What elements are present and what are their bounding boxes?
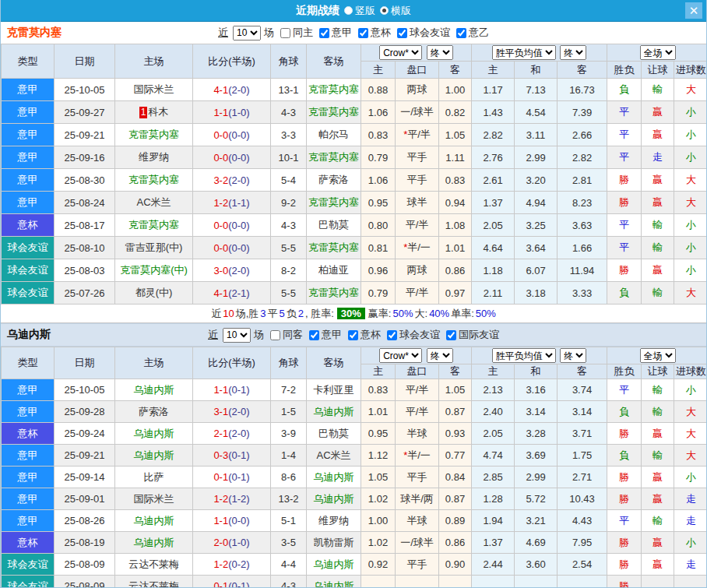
league-filter-checkbox[interactable] [358,28,368,38]
match-date: 25-08-26 [55,510,115,532]
home-team: 乌迪内斯 [115,510,193,532]
near-label[interactable]: 近 [208,328,218,342]
avg-stage-select[interactable]: 终 [560,348,586,363]
scope-select[interactable]: 全场 [640,348,676,363]
odds-company-select[interactable]: Crow* [379,45,422,60]
match-date: 25-09-01 [55,488,115,510]
score: 1-2(1-2) [193,488,271,510]
league-filter-checkbox[interactable] [456,28,466,38]
match-date: 25-08-09 [55,576,115,588]
home-team: 萨索洛 [115,401,193,423]
summary-text: 平 [268,307,278,321]
games-count-select[interactable]: 10 [223,328,251,343]
result-goals: 大 [674,445,707,467]
league-filter-checkbox[interactable] [348,330,358,340]
odds-home: 1.05 [361,467,396,488]
result-handicap: 輸 [642,510,674,532]
result-handicap [642,576,674,588]
col-odds-away: 客 [439,364,472,379]
league-filter-checkbox[interactable] [387,330,397,340]
away-team: 乌迪内斯 [307,554,361,576]
corner-score: 1-4 [271,445,307,467]
col-score: 比分(半场) [193,347,271,379]
match-row: 意甲25-09-14比萨0-1(0-1)8-6乌迪内斯1.05平手0.842.8… [2,467,707,488]
league-filter-checkbox[interactable] [446,330,456,340]
handicap-line: 球半/两 [396,488,439,510]
odds-company-select[interactable]: Crow* [379,348,422,363]
col-avg-home: 主 [472,62,515,79]
avg-type-select[interactable]: 胜平负均值 [492,45,556,60]
avg-draw: 3.60 [515,554,558,576]
filter-controls: 近10场同客意甲意杯球会友谊国际友谊 [208,328,499,343]
home-team: 维罗纳 [115,146,193,169]
result-wdl: 平 [607,101,642,124]
result-handicap: 贏 [642,259,674,282]
odds-away: 1.00 [439,79,472,101]
avg-type-select[interactable]: 胜平负均值 [492,348,556,363]
result-goals: 小 [674,124,707,146]
col-away: 客场 [307,44,361,79]
away-team: 巴勒莫 [307,214,361,237]
result-wdl: 平 [607,214,642,237]
win-rate-badge: 30% [337,308,365,319]
result-wdl: 平 [607,379,642,401]
avg-away: 3.74 [558,379,607,401]
away-team: 巴勒莫 [307,423,361,445]
scope-controls: 全场 [607,44,707,62]
near-label[interactable]: 近 [218,26,228,40]
result-wdl: 勝 [607,532,642,554]
corner-score: 9-2 [271,192,307,214]
odds-stage-select[interactable]: 终 [427,45,453,60]
col-avg-draw: 和 [515,364,558,379]
league-badge: 意杯 [2,532,55,554]
radio-vertical[interactable] [344,6,353,15]
league-filter-checkbox[interactable] [309,330,319,340]
handicap-line: 平/半 [396,379,439,401]
avg-stage-select[interactable]: 终 [560,45,586,60]
odds-stage-select[interactable]: 终 [427,348,453,363]
close-button[interactable]: ✕ [685,2,702,19]
scope-controls: 全场 [607,347,707,364]
away-team: 乌迪内斯 [307,488,361,510]
handicap-line: 两球 [396,79,439,101]
result-goals: 小 [674,214,707,237]
col-home: 主场 [115,347,193,379]
games-count-select[interactable]: 10 [233,26,261,40]
odds-away: 1.08 [439,214,472,237]
odds-home: 1.02 [361,488,396,510]
league-badge: 意甲 [2,510,55,532]
same-venue-checkbox[interactable] [280,28,290,38]
result-wdl: 平 [607,510,642,532]
odds-home: 0.95 [361,423,396,445]
col-avg-home: 主 [472,364,515,379]
result-handicap: 輸 [642,445,674,467]
handicap-line [396,576,439,588]
league-filter-checkbox[interactable] [319,28,329,38]
scope-select[interactable]: 全场 [640,45,676,60]
match-date: 25-08-09 [55,554,115,576]
score: 4-1(2-0) [193,79,271,101]
avg-away: 3.14 [558,401,607,423]
avg-draw: 7.13 [515,79,558,101]
league-badge: 意甲 [2,192,55,214]
summary-text: , 胜率: [305,307,334,321]
league-badge: 意甲 [2,124,55,146]
away-team: 柏迪亚 [307,259,361,282]
result-wdl: 負 [607,282,642,305]
avg-draw: 3.69 [515,445,558,467]
same-venue-checkbox[interactable] [270,330,280,340]
score: 0-1(0-1) [193,576,271,588]
match-row: 球会友谊25-08-03克雷莫内塞(中)3-0(2-0)8-2柏迪亚0.96两球… [2,259,707,282]
corner-score: 4-3 [271,214,307,237]
match-date: 25-10-05 [55,379,115,401]
match-date: 25-09-21 [55,124,115,146]
score: 2-0(1-0) [193,532,271,554]
summary-text: 负 [287,307,297,321]
corner-score: 10-1 [271,146,307,169]
result-wdl: 平 [607,124,642,146]
team-bar: 乌迪内斯 近10场同客意甲意杯球会友谊国际友谊 [1,323,706,347]
league-filter-checkbox[interactable] [397,28,407,38]
avg-home: 2.13 [472,379,515,401]
radio-horizontal[interactable] [380,6,389,15]
result-goals: 小 [674,259,707,282]
